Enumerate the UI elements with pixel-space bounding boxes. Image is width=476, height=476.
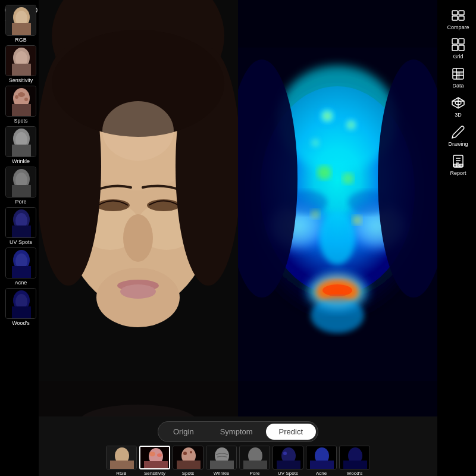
svg-rect-85 — [459, 45, 464, 51]
sidebar-item-rgb-label: RGB — [15, 37, 27, 43]
bottom-thumb-pore-label: Pore — [250, 471, 260, 476]
svg-point-12 — [24, 98, 28, 101]
left-sidebar: RGB Sensitivity Spots — [0, 0, 42, 440]
svg-point-108 — [157, 453, 162, 457]
report-tool[interactable]: Report — [441, 151, 475, 178]
report-label: Report — [450, 170, 466, 176]
bottom-thumb-rgb-label: RGB — [116, 471, 126, 476]
svg-point-68 — [322, 284, 352, 296]
bottom-thumbs: RGB Sensitivity — [106, 446, 370, 476]
bottom-thumb-woods[interactable]: Wood's — [339, 446, 370, 476]
svg-point-65 — [320, 211, 355, 265]
tab-predict[interactable]: Predict — [266, 424, 316, 440]
svg-rect-25 — [12, 226, 31, 238]
tab-symptom[interactable]: Symptom — [207, 424, 266, 440]
compare-label: Compare — [447, 24, 469, 30]
svg-rect-127 — [310, 461, 334, 469]
bottom-thumb-uv[interactable]: UV Spots — [273, 446, 303, 476]
tab-origin[interactable]: Origin — [160, 424, 207, 440]
svg-rect-76 — [238, 0, 437, 48]
svg-rect-117 — [210, 461, 234, 469]
data-tool[interactable]: Data — [441, 63, 475, 91]
drawing-icon — [450, 124, 466, 140]
sidebar-item-sensitivity[interactable]: Sensitivity — [4, 45, 38, 83]
bottom-thumb-sensitivity[interactable]: Sensitivity — [139, 446, 170, 476]
svg-rect-91 — [459, 73, 462, 75]
compare-icon — [450, 7, 466, 24]
svg-point-50 — [102, 101, 174, 161]
data-icon — [450, 65, 466, 82]
svg-rect-3 — [12, 23, 31, 36]
bottom-thumb-spots[interactable]: Spots — [173, 446, 203, 476]
sidebar-item-woods-label: Wood's — [12, 320, 30, 326]
tab-buttons: Origin Symptom Predict — [158, 421, 318, 442]
drawing-label: Drawing — [448, 141, 468, 147]
svg-rect-78 — [452, 11, 458, 15]
svg-point-71 — [342, 173, 354, 184]
svg-rect-80 — [452, 16, 458, 20]
svg-point-10 — [18, 92, 25, 97]
bottom-thumb-pore[interactable]: Pore — [239, 446, 270, 476]
svg-point-72 — [352, 215, 362, 225]
svg-rect-33 — [12, 306, 31, 319]
bottom-thumb-wrinkle-label: Wrinkle — [214, 471, 230, 476]
bottom-thumb-sensitivity-label: Sensitivity — [144, 471, 165, 476]
drawing-tool[interactable]: Drawing — [441, 121, 475, 149]
threed-label: 3D — [455, 112, 462, 118]
svg-point-70 — [317, 165, 331, 180]
svg-point-11 — [15, 95, 18, 99]
svg-rect-104 — [110, 461, 134, 469]
svg-point-123 — [283, 452, 287, 455]
svg-rect-21 — [12, 185, 31, 198]
grid-label: Grid — [453, 54, 463, 60]
sidebar-item-rgb[interactable]: RGB — [4, 5, 38, 43]
sidebar-item-sensitivity-label: Sensitivity — [9, 77, 33, 83]
svg-rect-81 — [459, 16, 464, 20]
svg-point-60 — [308, 136, 322, 150]
sidebar-item-uv-spots[interactable]: UV Spots — [4, 207, 38, 245]
svg-rect-7 — [12, 64, 31, 76]
bottom-thumb-uv-label: UV Spots — [278, 471, 298, 476]
svg-rect-114 — [177, 461, 201, 469]
svg-rect-92 — [457, 76, 459, 79]
svg-point-107 — [149, 452, 155, 456]
right-thermal — [238, 0, 437, 440]
sidebar-item-spots[interactable]: Spots — [4, 86, 38, 124]
bottom-thumb-acne-label: Acne — [316, 471, 327, 476]
bottom-thumb-woods-label: Wood's — [347, 471, 362, 476]
sidebar-item-wrinkle-label: Wrinkle — [12, 158, 30, 164]
bottom-thumb-rgb[interactable]: RGB — [106, 446, 137, 476]
svg-point-41 — [123, 214, 153, 262]
svg-rect-82 — [452, 39, 458, 44]
face-photo-svg — [39, 0, 238, 440]
sidebar-item-acne[interactable]: Acne — [4, 248, 38, 286]
sidebar-item-wrinkle[interactable]: Wrinkle — [4, 126, 38, 164]
grid-icon — [450, 36, 466, 53]
data-label: Data — [452, 83, 464, 89]
svg-point-59 — [342, 116, 360, 134]
svg-point-58 — [317, 105, 338, 127]
svg-rect-83 — [459, 39, 464, 44]
sidebar-item-pore[interactable]: Pore — [4, 167, 38, 205]
bottom-thumb-acne[interactable]: Acne — [306, 446, 337, 476]
sidebar-item-acne-label: Acne — [15, 280, 27, 286]
svg-rect-13 — [12, 104, 31, 117]
sidebar-item-woods[interactable]: Wood's — [4, 288, 38, 326]
grid-tool[interactable]: Grid — [441, 34, 475, 62]
bottom-thumb-wrinkle[interactable]: Wrinkle — [206, 446, 237, 476]
thermal-svg — [238, 0, 437, 440]
sidebar-item-pore-label: Pore — [15, 199, 26, 205]
sidebar-item-uv-label: UV Spots — [10, 239, 32, 245]
svg-point-113 — [190, 451, 192, 453]
svg-rect-17 — [12, 145, 31, 157]
bottom-thumb-spots-label: Spots — [182, 471, 194, 476]
threed-tool[interactable]: 3D — [441, 92, 475, 120]
svg-rect-130 — [343, 461, 367, 469]
svg-point-73 — [311, 209, 320, 219]
compare-tool[interactable]: Compare — [441, 5, 475, 33]
svg-rect-124 — [277, 461, 300, 469]
right-sidebar: Compare Grid Data — [440, 0, 476, 190]
svg-point-69 — [311, 298, 364, 333]
main-view — [39, 0, 437, 440]
svg-point-112 — [183, 452, 187, 455]
